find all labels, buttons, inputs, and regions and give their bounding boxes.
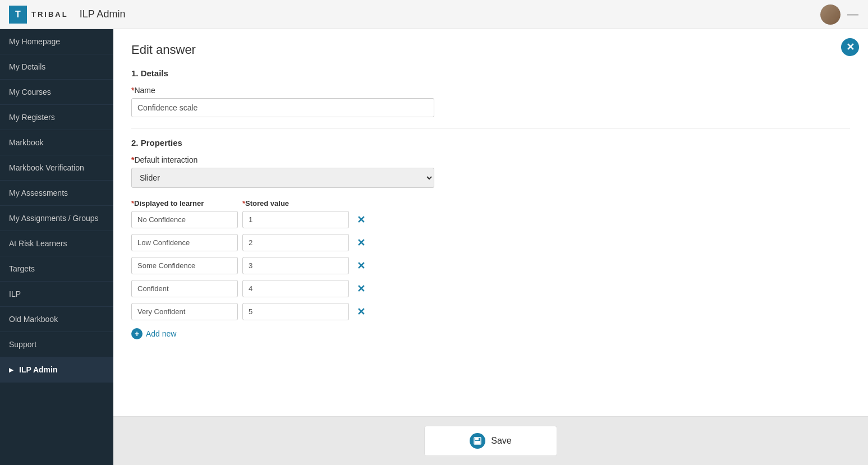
- main-layout: My Homepage My Details My Courses My Reg…: [0, 29, 868, 465]
- sidebar-item-my-homepage[interactable]: My Homepage: [0, 29, 113, 54]
- logo: T TRIBAL: [9, 6, 68, 24]
- name-label: *Name: [131, 86, 850, 95]
- logo-text: TRIBAL: [31, 10, 68, 19]
- answer-stored-input-5[interactable]: [242, 303, 349, 320]
- logo-square: T: [9, 6, 27, 24]
- sidebar-item-label: Markbook Verification: [9, 163, 84, 172]
- answers-header: *Displayed to learner *Stored value: [131, 199, 850, 208]
- answer-stored-input-2[interactable]: [242, 234, 349, 251]
- add-new-label: Add new: [146, 329, 176, 338]
- header-menu-dots[interactable]: —: [847, 8, 859, 21]
- answer-row: ✕: [131, 211, 850, 228]
- answer-display-input-2[interactable]: [131, 234, 238, 251]
- sidebar-item-my-assignments-groups[interactable]: My Assignments / Groups: [0, 206, 113, 231]
- default-interaction-group: *Default interaction Slider Radio Button…: [131, 155, 850, 188]
- answer-display-input-3[interactable]: [131, 257, 238, 274]
- remove-answer-button-5[interactable]: ✕: [353, 305, 369, 319]
- name-group: *Name: [131, 86, 850, 117]
- sidebar-item-label: ILP: [9, 289, 21, 298]
- form-area: ✕ Edit answer 1. Details *Name 2. Proper…: [113, 29, 868, 416]
- answer-display-input-1[interactable]: [131, 211, 238, 228]
- sidebar-item-label: My Details: [9, 62, 45, 71]
- app-header: T TRIBAL ILP Admin —: [0, 0, 868, 29]
- avatar-image: [820, 4, 841, 25]
- answer-row: ✕: [131, 280, 850, 297]
- divider1: [131, 128, 850, 129]
- sidebar-item-label: ILP Admin: [19, 365, 57, 374]
- answers-table: *Displayed to learner *Stored value ✕: [131, 199, 850, 342]
- default-interaction-select[interactable]: Slider Radio Buttons Dropdown: [131, 168, 434, 188]
- section2-title: 2. Properties: [131, 138, 850, 148]
- close-button[interactable]: ✕: [841, 38, 859, 56]
- answer-display-input-5[interactable]: [131, 303, 238, 320]
- plus-circle-icon: +: [131, 328, 143, 339]
- header-right: —: [820, 4, 859, 25]
- svg-rect-2: [475, 441, 480, 444]
- sidebar-item-label: My Registers: [9, 113, 55, 122]
- sidebar-item-support[interactable]: Support: [0, 332, 113, 357]
- stored-col-header: *Stored value: [242, 199, 349, 208]
- answer-display-input-4[interactable]: [131, 280, 238, 297]
- section1-title: 1. Details: [131, 68, 850, 78]
- svg-rect-1: [475, 438, 479, 440]
- name-input[interactable]: [131, 98, 434, 117]
- answer-row: ✕: [131, 303, 850, 320]
- page-title: Edit answer: [131, 43, 850, 57]
- sidebar-item-label: My Courses: [9, 88, 51, 96]
- logo-letter: T: [15, 10, 21, 20]
- sidebar-item-my-assessments[interactable]: My Assessments: [0, 181, 113, 206]
- sidebar-item-targets[interactable]: Targets: [0, 256, 113, 282]
- sidebar-item-label: Support: [9, 340, 36, 349]
- save-label: Save: [491, 436, 511, 446]
- sidebar-item-my-registers[interactable]: My Registers: [0, 105, 113, 130]
- sidebar-item-my-courses[interactable]: My Courses: [0, 80, 113, 105]
- answer-stored-input-1[interactable]: [242, 211, 349, 228]
- displayed-col-header: *Displayed to learner: [131, 199, 238, 208]
- default-interaction-label: *Default interaction: [131, 155, 850, 164]
- sidebar-item-label: Targets: [9, 264, 35, 273]
- remove-answer-button-2[interactable]: ✕: [353, 236, 369, 250]
- app-title: ILP Admin: [80, 8, 126, 20]
- sidebar-item-label: At Risk Learners: [9, 239, 67, 248]
- active-arrow-icon: ▶: [9, 367, 13, 373]
- sidebar-item-markbook-verification[interactable]: Markbook Verification: [0, 155, 113, 181]
- sidebar-item-markbook[interactable]: Markbook: [0, 130, 113, 155]
- sidebar-item-my-details[interactable]: My Details: [0, 54, 113, 80]
- main-content: ✕ Edit answer 1. Details *Name 2. Proper…: [113, 29, 868, 465]
- remove-answer-button-3[interactable]: ✕: [353, 259, 369, 273]
- answer-stored-input-3[interactable]: [242, 257, 349, 274]
- answer-row: ✕: [131, 257, 850, 274]
- sidebar: My Homepage My Details My Courses My Reg…: [0, 29, 113, 465]
- sidebar-item-old-markbook[interactable]: Old Markbook: [0, 307, 113, 332]
- sidebar-item-label: Markbook: [9, 138, 43, 147]
- sidebar-item-ilp[interactable]: ILP: [0, 282, 113, 307]
- answer-row: ✕: [131, 234, 850, 251]
- footer: Save: [113, 416, 868, 465]
- save-icon: [470, 433, 485, 449]
- sidebar-item-ilp-admin[interactable]: ▶ ILP Admin: [0, 357, 113, 383]
- sidebar-item-label: Old Markbook: [9, 315, 58, 324]
- sidebar-item-at-risk-learners[interactable]: At Risk Learners: [0, 231, 113, 256]
- remove-answer-button-1[interactable]: ✕: [353, 213, 369, 227]
- sidebar-item-label: My Assignments / Groups: [9, 214, 99, 223]
- sidebar-item-label: My Homepage: [9, 37, 60, 46]
- add-new-button[interactable]: + Add new: [131, 326, 176, 342]
- sidebar-item-label: My Assessments: [9, 188, 68, 197]
- answer-stored-input-4[interactable]: [242, 280, 349, 297]
- avatar[interactable]: [820, 4, 841, 25]
- save-button[interactable]: Save: [424, 426, 557, 456]
- remove-answer-button-4[interactable]: ✕: [353, 282, 369, 296]
